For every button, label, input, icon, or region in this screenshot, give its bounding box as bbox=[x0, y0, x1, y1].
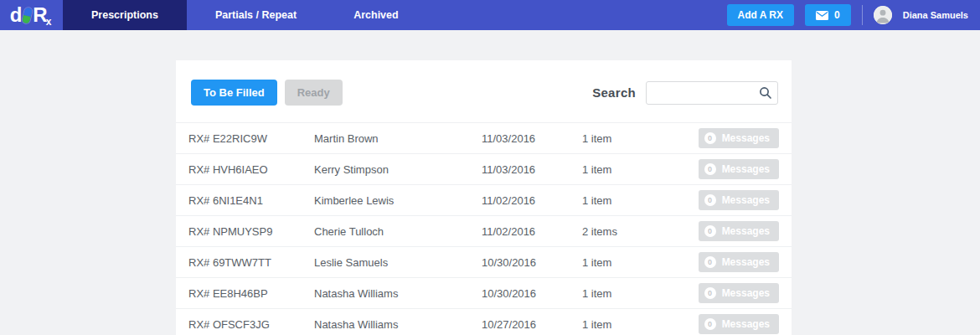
item-count: 1 item bbox=[582, 318, 695, 331]
filter-to-be-filled-button[interactable]: To Be Filled bbox=[191, 80, 277, 106]
messages-button[interactable]: 0 Messages bbox=[699, 252, 779, 272]
patient-name: Kimberlee Lewis bbox=[314, 194, 482, 207]
rx-date: 10/30/2016 bbox=[482, 287, 582, 300]
avatar[interactable] bbox=[874, 6, 892, 24]
messages-button-label: Messages bbox=[722, 318, 770, 330]
prescriptions-card: To Be Filled Ready Search RX# E22RIC9W M… bbox=[176, 60, 792, 335]
message-count-icon: 0 bbox=[704, 287, 716, 299]
rx-date: 11/02/2016 bbox=[482, 194, 582, 207]
rx-number: RX# OFSCF3JG bbox=[188, 318, 314, 331]
rx-number: RX# EE8H46BP bbox=[188, 287, 314, 300]
filter-ready-button[interactable]: Ready bbox=[285, 80, 343, 106]
envelope-icon bbox=[816, 11, 828, 20]
rx-number: RX# 69TWW7TT bbox=[188, 256, 314, 269]
add-rx-button[interactable]: Add A RX bbox=[727, 4, 794, 26]
messages-button-label: Messages bbox=[722, 287, 770, 299]
messages-inbox-button[interactable]: 0 bbox=[805, 4, 851, 26]
search-box bbox=[646, 81, 778, 105]
rx-number: RX# 6NI1E4N1 bbox=[188, 194, 314, 207]
patient-name: Martin Brown bbox=[314, 132, 482, 145]
tab-archived[interactable]: Archived bbox=[325, 0, 427, 30]
rx-date: 10/30/2016 bbox=[482, 256, 582, 269]
table-row[interactable]: RX# 69TWW7TT Leslie Samuels 10/30/2016 1… bbox=[176, 247, 792, 278]
message-count-icon: 0 bbox=[704, 163, 716, 175]
message-count-icon: 0 bbox=[704, 256, 716, 268]
rx-date: 11/03/2016 bbox=[482, 132, 582, 145]
item-count: 1 item bbox=[582, 132, 695, 145]
rx-number: RX# HVH6IAEO bbox=[188, 163, 314, 176]
patient-name: Cherie Tulloch bbox=[314, 225, 482, 238]
navbar-divider bbox=[862, 5, 863, 25]
table-row[interactable]: RX# E22RIC9W Martin Brown 11/03/2016 1 i… bbox=[176, 123, 792, 154]
rx-date: 11/03/2016 bbox=[482, 163, 582, 176]
message-count-icon: 0 bbox=[704, 318, 716, 330]
app-logo[interactable]: d Rx bbox=[0, 0, 63, 30]
logo-letter-x: x bbox=[46, 16, 52, 28]
table-row[interactable]: RX# EE8H46BP Natasha Williams 10/30/2016… bbox=[176, 278, 792, 309]
messages-button-label: Messages bbox=[722, 256, 770, 268]
item-count: 2 items bbox=[582, 225, 695, 238]
item-count: 1 item bbox=[582, 194, 695, 207]
tab-prescriptions[interactable]: Prescriptions bbox=[63, 0, 187, 30]
messages-button[interactable]: 0 Messages bbox=[699, 314, 779, 334]
nav-tabs: Prescriptions Partials / Repeat Archived bbox=[63, 0, 427, 30]
message-count-icon: 0 bbox=[704, 132, 716, 144]
search-icon[interactable] bbox=[759, 86, 772, 103]
top-navbar: d Rx Prescriptions Partials / Repeat Arc… bbox=[0, 0, 980, 30]
patient-name: Natasha Williams bbox=[314, 287, 482, 300]
item-count: 1 item bbox=[582, 256, 695, 269]
item-count: 1 item bbox=[582, 163, 695, 176]
prescription-list: RX# E22RIC9W Martin Brown 11/03/2016 1 i… bbox=[176, 122, 792, 335]
item-count: 1 item bbox=[582, 287, 695, 300]
table-row[interactable]: RX# OFSCF3JG Natasha Williams 10/27/2016… bbox=[176, 309, 792, 335]
messages-button[interactable]: 0 Messages bbox=[699, 190, 779, 210]
patient-name: Natasha Williams bbox=[314, 318, 482, 331]
message-count-icon: 0 bbox=[704, 194, 716, 206]
messages-button[interactable]: 0 Messages bbox=[699, 159, 779, 179]
user-name[interactable]: Diana Samuels bbox=[903, 10, 968, 20]
messages-button-label: Messages bbox=[722, 163, 770, 175]
messages-button[interactable]: 0 Messages bbox=[699, 221, 779, 241]
inbox-count: 0 bbox=[834, 9, 840, 21]
patient-name: Kerry Stimpson bbox=[314, 163, 482, 176]
rx-date: 11/02/2016 bbox=[482, 225, 582, 238]
messages-button-label: Messages bbox=[722, 225, 770, 237]
table-row[interactable]: RX# HVH6IAEO Kerry Stimpson 11/03/2016 1… bbox=[176, 154, 792, 185]
tab-partials-repeat[interactable]: Partials / Repeat bbox=[187, 0, 325, 30]
patient-name: Leslie Samuels bbox=[314, 256, 482, 269]
navbar-right: Add A RX 0 Diana Samuels bbox=[727, 0, 980, 30]
messages-button-label: Messages bbox=[722, 132, 770, 144]
rx-number: RX# NPMUYSP9 bbox=[188, 225, 314, 238]
pill-icon bbox=[22, 7, 33, 24]
messages-button[interactable]: 0 Messages bbox=[699, 128, 779, 148]
rx-number: RX# E22RIC9W bbox=[188, 132, 314, 145]
table-row[interactable]: RX# 6NI1E4N1 Kimberlee Lewis 11/02/2016 … bbox=[176, 185, 792, 216]
logo-letter-r: Rx bbox=[33, 5, 53, 25]
logo-letter-d: d bbox=[10, 5, 23, 25]
table-row[interactable]: RX# NPMUYSP9 Cherie Tulloch 11/02/2016 2… bbox=[176, 216, 792, 247]
messages-button-label: Messages bbox=[722, 194, 770, 206]
search-label: Search bbox=[592, 85, 636, 100]
rx-date: 10/27/2016 bbox=[482, 318, 582, 331]
message-count-icon: 0 bbox=[704, 225, 716, 237]
messages-button[interactable]: 0 Messages bbox=[699, 283, 779, 303]
list-toolbar: To Be Filled Ready Search bbox=[176, 60, 792, 122]
